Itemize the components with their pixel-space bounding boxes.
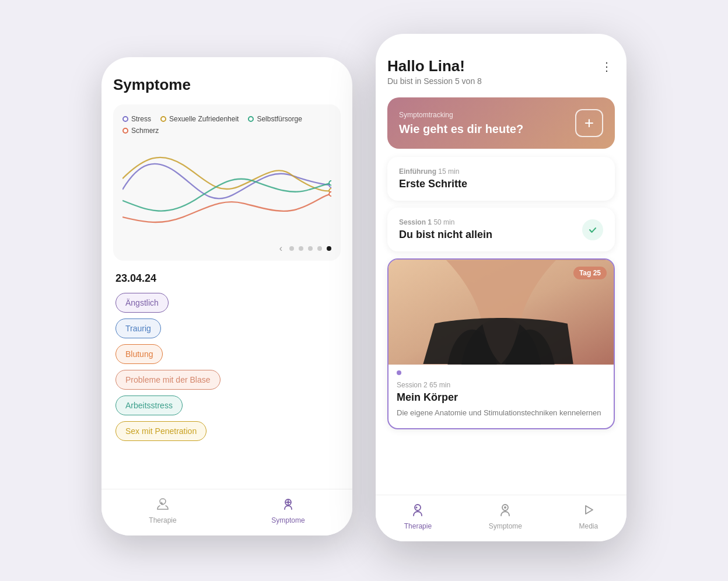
session-card-einfuhrung[interactable]: Einführung 15 min Erste Schritte — [387, 157, 615, 201]
date-section: 23.04.24 Ängstlich Traurig Blutung Probl… — [113, 272, 341, 441]
session-card-allein[interactable]: Session 1 50 min Du bist nicht allein — [387, 208, 615, 251]
nav-back-symptome[interactable]: Symptome — [271, 496, 304, 524]
chart-area — [123, 143, 331, 236]
tag-sex[interactable]: Sex mit Penetration — [116, 421, 206, 441]
phone-back: Symptome Stress Sexuelle Zufriedenheit S… — [102, 57, 352, 536]
symptom-plus-button[interactable]: + — [575, 109, 603, 137]
content-meta: Session 2 65 min — [397, 381, 606, 389]
nav-front-symptome[interactable]: Symptome — [489, 502, 522, 530]
session-card-content-1: Session 1 50 min Du bist nicht allein — [399, 218, 492, 241]
session-meta-0: Einführung 15 min — [399, 167, 467, 176]
front-subtitle: Du bist in Session 5 von 8 — [387, 76, 482, 86]
front-header: Hallo Lina! Du bist in Session 5 von 8 ⋮ — [387, 57, 615, 86]
nav-front-therapie[interactable]: Therapie — [404, 502, 432, 530]
legend-label-pain: Schmerz — [131, 127, 159, 135]
tag-blutung[interactable]: Blutung — [116, 344, 163, 364]
content-title: Mein Körper — [397, 391, 606, 404]
content-card-image: Tag 25 — [388, 260, 614, 365]
symptom-card-label: Symptomtracking — [399, 111, 523, 119]
nav-back-therapie[interactable]: Therapie — [149, 496, 176, 524]
svg-point-11 — [504, 506, 506, 509]
tag-traurig[interactable]: Traurig — [116, 318, 161, 338]
chart-svg — [123, 143, 331, 236]
legend-satisfaction: Sexuelle Zufriedenheit — [160, 115, 239, 123]
svg-point-2 — [329, 181, 331, 186]
front-title: Hallo Lina! — [387, 57, 482, 75]
nav-front-symptome-label: Symptome — [489, 522, 522, 530]
content-desc: Die eigene Anatomie und Stimulationstech… — [397, 407, 606, 419]
tags-list: Ängstlich Traurig Blutung Probleme mit d… — [116, 293, 338, 441]
tag-blase[interactable]: Probleme mit der Blase — [116, 370, 220, 390]
front-bottom-nav: Therapie Symptome Media — [376, 495, 626, 541]
phone-front: Hallo Lina! Du bist in Session 5 von 8 ⋮… — [376, 34, 626, 541]
chart-pagination: ‹ — [123, 243, 331, 254]
nav-front-media-label: Media — [579, 522, 598, 530]
svg-point-3 — [329, 192, 331, 197]
session-checkmark — [582, 219, 603, 240]
legend-dot-stress — [123, 116, 128, 122]
session-card-content: Einführung 15 min Erste Schritte — [399, 167, 467, 190]
session-title-0: Erste Schritte — [399, 178, 467, 190]
chart-dot-3[interactable] — [308, 246, 313, 251]
legend-label-selfcare: Selbstfürsorge — [257, 115, 302, 123]
nav-front-therapie-label: Therapie — [404, 522, 432, 530]
back-bottom-nav: Therapie Symptome — [102, 489, 352, 536]
chart-dot-2[interactable] — [299, 246, 303, 251]
svg-marker-12 — [586, 506, 593, 514]
symptom-card-title: Wie geht es dir heute? — [399, 123, 523, 136]
more-options-icon[interactable]: ⋮ — [598, 57, 615, 76]
chart-dot-5[interactable] — [327, 246, 331, 251]
session-meta-1: Session 1 50 min — [399, 218, 492, 226]
nav-back-symptome-label: Symptome — [271, 516, 304, 524]
legend-selfcare: Selbstfürsorge — [248, 115, 302, 123]
legend-dot-satisfaction — [160, 116, 166, 122]
symptome-icon-back — [281, 496, 296, 514]
media-icon — [581, 502, 596, 520]
therapie-icon-front — [410, 502, 425, 520]
chart-card: Stress Sexuelle Zufriedenheit Selbstfürs… — [113, 104, 341, 261]
back-title: Symptome — [113, 76, 341, 94]
nav-front-media[interactable]: Media — [579, 502, 598, 530]
chart-dot-4[interactable] — [317, 246, 322, 251]
tag-arbeitsstress[interactable]: Arbeitsstress — [116, 396, 183, 415]
chart-prev-arrow[interactable]: ‹ — [279, 243, 282, 254]
date-label: 23.04.24 — [116, 272, 338, 285]
plus-icon: + — [584, 114, 594, 132]
legend-dot-selfcare — [248, 116, 254, 122]
symptome-icon-front — [498, 502, 513, 520]
legend-dot-pain — [123, 128, 128, 134]
front-header-text: Hallo Lina! Du bist in Session 5 von 8 — [387, 57, 482, 86]
chart-legend: Stress Sexuelle Zufriedenheit Selbstfürs… — [123, 115, 331, 135]
chart-dot-1[interactable] — [289, 246, 294, 251]
session-title-1: Du bist nicht allein — [399, 229, 492, 241]
tag-angstlich[interactable]: Ängstlich — [116, 293, 169, 313]
day-tag: Tag 25 — [573, 267, 607, 279]
legend-label-satisfaction: Sexuelle Zufriedenheit — [169, 115, 239, 123]
nav-back-therapie-label: Therapie — [149, 516, 176, 524]
content-card[interactable]: Tag 25 Session 2 65 min Mein Körper Die … — [387, 258, 615, 429]
symptom-card-text: Symptomtracking Wie geht es dir heute? — [399, 111, 523, 136]
check-icon — [588, 225, 597, 235]
legend-stress: Stress — [123, 115, 151, 123]
legend-label-stress: Stress — [131, 115, 151, 123]
content-card-dot — [397, 370, 401, 375]
therapie-icon — [155, 496, 170, 514]
legend-pain: Schmerz — [123, 127, 159, 135]
symptom-tracking-card[interactable]: Symptomtracking Wie geht es dir heute? + — [387, 97, 615, 149]
content-card-body: Session 2 65 min Mein Körper Die eigene … — [388, 379, 614, 428]
